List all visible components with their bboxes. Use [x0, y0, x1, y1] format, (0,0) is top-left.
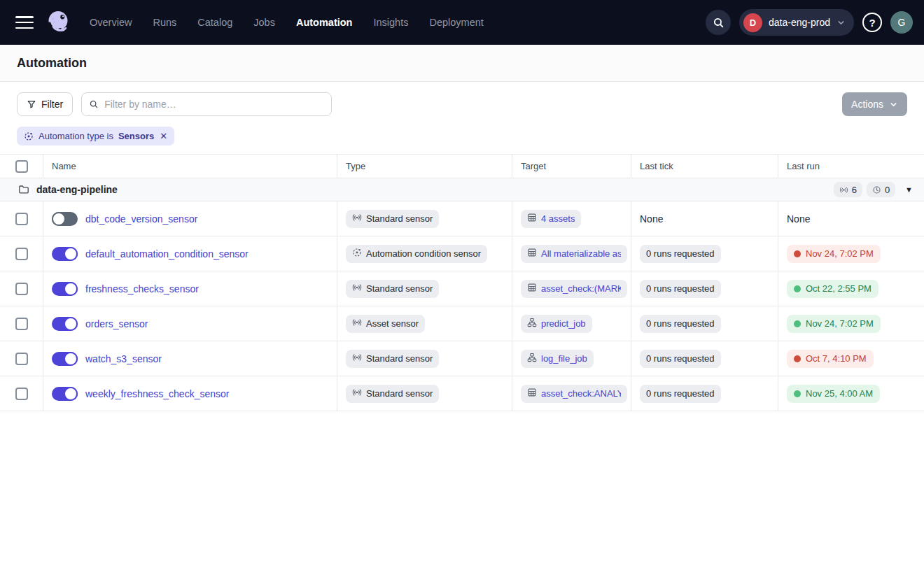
chevron-down-icon: [836, 18, 846, 27]
sensor-target-tag[interactable]: log_file_job: [521, 350, 594, 368]
select-all-checkbox[interactable]: [15, 160, 28, 173]
filter-chip-value: Sensors: [118, 131, 154, 141]
sensor-icon: [352, 318, 362, 329]
search-icon[interactable]: [706, 10, 731, 35]
column-header-name: Name: [43, 155, 337, 178]
help-icon[interactable]: ?: [862, 13, 882, 32]
close-icon[interactable]: ✕: [160, 131, 167, 141]
table-row: default_automation_condition_sensorAutom…: [0, 236, 924, 271]
funnel-icon: [27, 99, 36, 109]
primary-nav: OverviewRunsCatalogJobsAutomationInsight…: [90, 17, 484, 28]
column-header-target: Target: [512, 155, 631, 178]
last-run-status-pill[interactable]: Oct 7, 4:10 PM: [787, 350, 874, 368]
sensor-type-tag: Standard sensor: [346, 385, 439, 403]
page-title: Automation: [17, 56, 87, 71]
row-checkbox[interactable]: [15, 213, 28, 225]
repo-group-name: data-eng-pipeline: [36, 184, 118, 195]
last-tick-tag: 0 runs requested: [640, 385, 721, 403]
sensor-target-tag[interactable]: asset_check:ANALY: [521, 385, 627, 403]
nav-item-insights[interactable]: Insights: [373, 17, 408, 28]
top-nav-bar: OverviewRunsCatalogJobsAutomationInsight…: [0, 0, 924, 45]
filter-chip-automation-type[interactable]: Automation type is Sensors ✕: [17, 127, 174, 145]
run-status-dot-icon: [794, 355, 801, 362]
sensor-enabled-toggle[interactable]: [52, 247, 78, 261]
table-row: orders_sensorAsset sensorpredict_job0 ru…: [0, 306, 924, 341]
nav-item-jobs[interactable]: Jobs: [253, 17, 275, 28]
sensor-name-link[interactable]: weekly_freshness_check_sensor: [85, 388, 229, 399]
last-tick-tag: 0 runs requested: [640, 315, 721, 333]
sensor-name-link[interactable]: orders_sensor: [85, 318, 148, 329]
row-checkbox[interactable]: [15, 353, 28, 365]
last-run-status-pill[interactable]: Nov 24, 7:02 PM: [787, 245, 881, 263]
sensor-table-body: dbt_code_version_sensorStandard sensor4 …: [0, 201, 924, 411]
sensor-enabled-toggle[interactable]: [52, 212, 78, 226]
job-icon: [527, 353, 537, 364]
nav-item-deployment[interactable]: Deployment: [429, 17, 483, 28]
column-header-last-run: Last run: [778, 155, 924, 178]
last-run-status-pill[interactable]: Nov 25, 4:00 AM: [787, 385, 880, 403]
nav-item-overview[interactable]: Overview: [90, 17, 132, 28]
sensor-enabled-toggle[interactable]: [52, 352, 78, 366]
sensor-enabled-toggle[interactable]: [52, 317, 78, 331]
job-icon: [527, 318, 537, 329]
sensor-type-tag: Standard sensor: [346, 350, 439, 368]
row-checkbox[interactable]: [15, 248, 28, 260]
table-row: watch_s3_sensorStandard sensorlog_file_j…: [0, 341, 924, 376]
table-header: Name Type Target Last tick Last run: [0, 155, 924, 178]
active-filters-row: Automation type is Sensors ✕: [0, 127, 924, 155]
run-status-dot-icon: [794, 320, 801, 327]
dagster-logo-icon[interactable]: [43, 8, 73, 37]
row-checkbox[interactable]: [15, 318, 28, 330]
nav-item-automation[interactable]: Automation: [296, 17, 353, 28]
schedule-count: 0: [885, 185, 890, 195]
sensor-icon: [839, 185, 848, 194]
sensor-icon: [352, 353, 362, 364]
sensor-icon: [352, 388, 362, 399]
sensor-target-tag[interactable]: predict_job: [521, 315, 592, 333]
actions-button-label: Actions: [851, 99, 883, 110]
sensor-icon: [352, 213, 362, 225]
row-checkbox[interactable]: [15, 388, 28, 400]
table-row: dbt_code_version_sensorStandard sensor4 …: [0, 201, 924, 236]
last-tick-text: None: [640, 213, 663, 225]
sensor-name-link[interactable]: default_automation_condition_sensor: [85, 248, 248, 260]
row-checkbox[interactable]: [15, 283, 28, 295]
actions-button[interactable]: Actions: [842, 92, 907, 116]
sensor-target-tag[interactable]: 4 assets: [521, 210, 581, 228]
name-filter-input[interactable]: [104, 99, 324, 110]
table-row: weekly_freshness_check_sensorStandard se…: [0, 376, 924, 411]
sensor-type-tag: Standard sensor: [346, 280, 439, 298]
sensor-name-link[interactable]: watch_s3_sensor: [85, 353, 162, 364]
nav-item-runs[interactable]: Runs: [153, 17, 176, 28]
last-run-status-pill[interactable]: Nov 24, 7:02 PM: [787, 315, 881, 333]
run-status-dot-icon: [794, 390, 801, 397]
sensor-icon: [352, 283, 362, 294]
sensor-type-tag: Asset sensor: [346, 315, 425, 333]
page-header: Automation: [0, 45, 924, 82]
sensor-name-link[interactable]: freshness_checks_sensor: [85, 283, 199, 294]
sensor-name-link[interactable]: dbt_code_version_sensor: [85, 213, 197, 225]
workspace-badge: D: [743, 13, 762, 32]
run-status-dot-icon: [794, 285, 801, 292]
user-avatar[interactable]: G: [890, 11, 913, 34]
sensor-type-tag: Standard sensor: [346, 210, 439, 228]
sensor-target-tag[interactable]: asset_check:(MARK: [521, 280, 627, 298]
last-tick-tag: 0 runs requested: [640, 280, 721, 298]
last-run-status-pill[interactable]: Oct 22, 2:55 PM: [787, 280, 878, 298]
workspace-selector[interactable]: D data-eng-prod: [739, 9, 854, 36]
filter-button[interactable]: Filter: [17, 92, 73, 116]
collapse-group-icon[interactable]: ▼: [905, 185, 913, 194]
run-status-dot-icon: [794, 250, 801, 257]
asset-icon: [527, 388, 537, 399]
automation-condition-icon: [24, 132, 34, 141]
sensor-enabled-toggle[interactable]: [52, 282, 78, 296]
filter-button-label: Filter: [41, 99, 63, 110]
chevron-down-icon: [889, 100, 898, 109]
nav-item-catalog[interactable]: Catalog: [197, 17, 232, 28]
hamburger-menu-icon[interactable]: [15, 16, 34, 29]
last-run-text: None: [787, 213, 810, 225]
sensor-target-tag[interactable]: All materializable as: [521, 245, 627, 263]
sensor-enabled-toggle[interactable]: [52, 387, 78, 401]
folder-icon: [18, 184, 29, 195]
sensor-type-tag: Automation condition sensor: [346, 245, 487, 263]
